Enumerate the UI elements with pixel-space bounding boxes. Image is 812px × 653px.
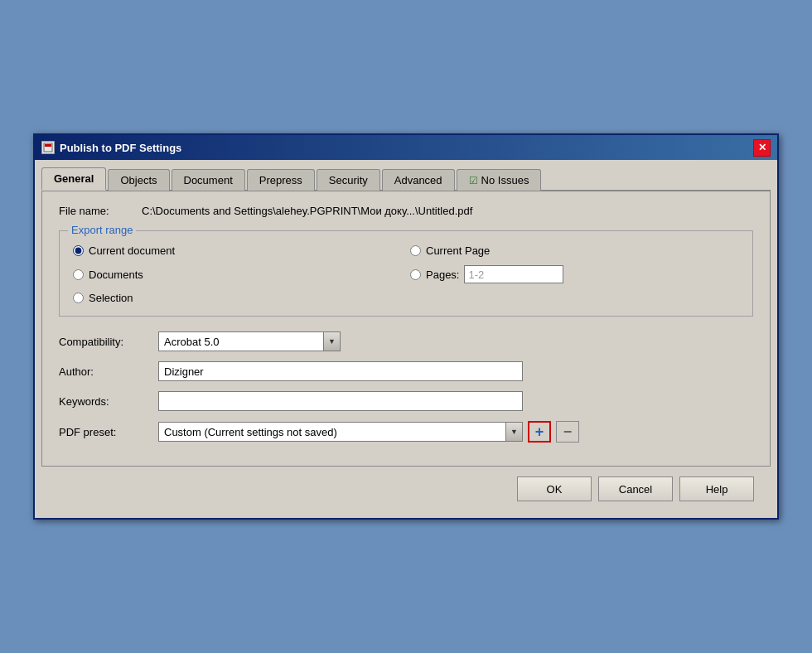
pdf-preset-row: PDF preset: Custom (Current settings not… [59,421,753,443]
compatibility-value: Acrobat 5.0 [159,334,323,350]
publish-pdf-dialog: Publish to PDF Settings ✕ General Object… [33,133,779,520]
pdf-preset-combo[interactable]: Custom (Current settings not saved) ▼ [158,422,523,442]
compatibility-dropdown-btn[interactable]: ▼ [323,332,340,351]
radio-pages-label: Pages: [426,268,459,281]
export-range-group: Export range Current document Current Pa… [59,230,753,317]
compatibility-label: Compatibility: [59,336,158,348]
window-icon [41,141,55,154]
author-input[interactable] [158,361,523,381]
keywords-row: Keywords: [59,391,753,411]
radio-current-document: Current document [73,244,402,257]
minus-icon: − [563,423,573,441]
tab-objects[interactable]: Objects [108,169,169,191]
radio-current-page: Current Page [410,244,739,257]
radio-selection: Selection [73,292,402,304]
pages-input[interactable] [464,265,563,283]
author-row: Author: [59,361,753,381]
compatibility-row: Compatibility: Acrobat 5.0 ▼ [59,331,753,351]
keywords-label: Keywords: [59,395,158,408]
file-name-row: File name: C:\Documents and Settings\ale… [59,205,753,217]
radio-documents-input[interactable] [73,269,84,280]
title-bar: Publish to PDF Settings ✕ [35,135,777,160]
pdf-preset-label: PDF preset: [59,426,158,438]
pdf-preset-dropdown-btn[interactable]: ▼ [505,423,522,441]
author-label: Author: [59,365,158,378]
tab-content: File name: C:\Documents and Settings\ale… [41,191,771,467]
title-bar-left: Publish to PDF Settings [41,141,181,154]
radio-documents: Documents [73,265,402,283]
radio-current-page-label: Current Page [426,244,490,257]
close-button[interactable]: ✕ [753,139,771,157]
file-name-label: File name: [59,205,142,217]
tabs-bar: General Objects Document Prepress Securi… [41,167,771,191]
radio-selection-input[interactable] [73,293,84,303]
radio-pages-input[interactable] [410,269,421,280]
radio-documents-label: Documents [89,268,143,281]
add-preset-button[interactable]: + [528,421,551,443]
keywords-input[interactable] [158,391,523,411]
radio-selection-label: Selection [89,292,133,304]
radio-current-document-input[interactable] [73,245,84,256]
checkmark-icon: ☑ [469,175,478,186]
cancel-button[interactable]: Cancel [598,476,673,501]
ok-button[interactable]: OK [517,476,592,501]
window-body: General Objects Document Prepress Securi… [35,160,777,518]
preset-controls: Custom (Current settings not saved) ▼ + … [158,421,579,443]
radio-pages: Pages: [410,265,739,283]
footer: OK Cancel Help [41,467,771,511]
pdf-preset-value: Custom (Current settings not saved) [159,424,505,440]
export-range-options: Current document Current Page Documents … [73,244,739,304]
radio-current-page-input[interactable] [410,245,421,256]
radio-current-document-label: Current document [89,244,175,257]
add-icon: + [535,423,544,441]
tab-security[interactable]: Security [317,169,380,191]
tab-no-issues[interactable]: ☑ No Issues [457,169,542,191]
svg-rect-1 [45,144,51,147]
tab-general[interactable]: General [41,167,106,191]
help-button[interactable]: Help [679,476,754,501]
compatibility-combo[interactable]: Acrobat 5.0 ▼ [158,331,341,351]
remove-preset-button[interactable]: − [556,421,579,443]
export-range-legend: Export range [68,224,136,236]
window-title: Publish to PDF Settings [60,142,181,154]
tab-advanced[interactable]: Advanced [382,169,455,191]
file-name-value: C:\Documents and Settings\alehey.PGPRINT… [142,205,472,217]
tab-document[interactable]: Document [172,169,245,191]
tab-prepress[interactable]: Prepress [247,169,315,191]
